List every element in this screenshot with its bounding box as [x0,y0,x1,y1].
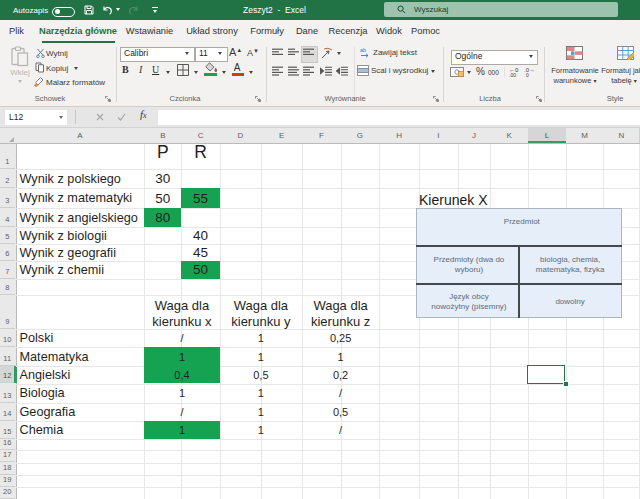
svg-text:ab: ab [360,47,366,53]
svg-text:.00: .00 [509,72,516,77]
svg-text:0: 0 [526,72,529,77]
